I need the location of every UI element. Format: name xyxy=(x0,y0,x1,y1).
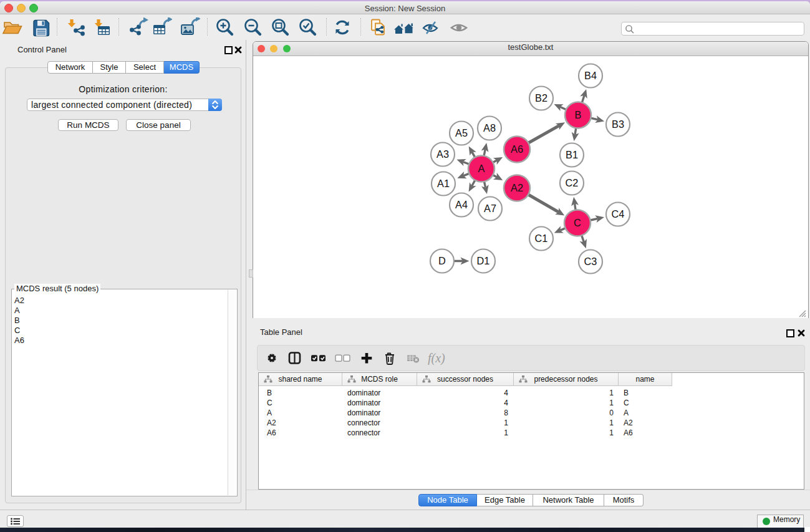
svg-text:B3: B3 xyxy=(612,118,624,130)
svg-text:D: D xyxy=(438,255,446,266)
svg-text:D1: D1 xyxy=(477,255,490,266)
svg-text:B: B xyxy=(575,109,582,120)
svg-text:A5: A5 xyxy=(455,127,468,138)
svg-text:C4: C4 xyxy=(612,208,625,220)
svg-text:B1: B1 xyxy=(566,149,578,160)
svg-text:A1: A1 xyxy=(437,178,450,189)
svg-text:A6: A6 xyxy=(511,143,523,155)
svg-text:A2: A2 xyxy=(511,182,523,193)
svg-text:C3: C3 xyxy=(584,256,597,267)
svg-text:B2: B2 xyxy=(535,92,547,104)
svg-text:C1: C1 xyxy=(535,233,548,244)
svg-text:A7: A7 xyxy=(484,203,496,214)
svg-text:A3: A3 xyxy=(436,148,449,160)
svg-text:f(x): f(x) xyxy=(428,351,445,365)
svg-text:A4: A4 xyxy=(455,199,468,210)
svg-text:C2: C2 xyxy=(566,177,579,188)
svg-text:C: C xyxy=(574,217,581,228)
svg-text:A: A xyxy=(478,163,485,174)
svg-text:B4: B4 xyxy=(584,70,597,81)
svg-text:A8: A8 xyxy=(483,122,496,133)
